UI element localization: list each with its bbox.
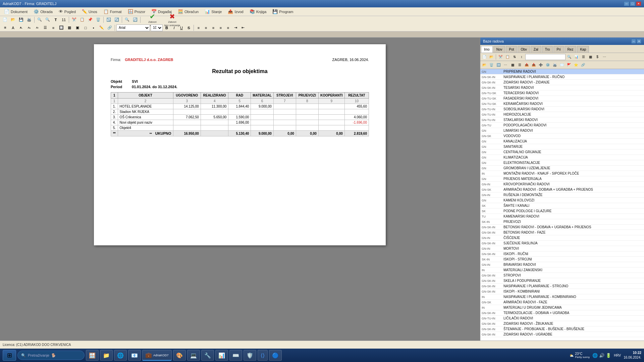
side-list-item[interactable]: GN-SK-IN SKELA I PODUPIRANJE — [480, 278, 644, 284]
bold-btn[interactable]: B — [163, 24, 170, 31]
side-list-item[interactable]: GN-TU-IN STAKLARSKI RADOVI — [480, 117, 644, 123]
save-button[interactable]: 💾 — [17, 16, 25, 23]
side-list-item[interactable]: GN-SK-IN TERMOIZOLACIJE - DOBAVA + UGRAD… — [480, 310, 644, 316]
side-copy-btn[interactable]: 📋 — [504, 54, 511, 60]
taskbar-app-8[interactable]: 📊 — [215, 350, 228, 361]
side-list-item[interactable]: GN-IN BRAVARSKI RADOVI — [480, 262, 644, 267]
side-list-item[interactable]: GN KLIMATIZACIJA — [480, 155, 644, 160]
side-sort-btn[interactable]: ⇅ — [511, 54, 518, 60]
side-list-item[interactable]: SK-IN PRIJEVOZI — [480, 219, 644, 225]
side-list-item[interactable]: GN ELEKTROINSTALACIJE — [480, 160, 644, 166]
side-new-btn[interactable]: 📄 — [481, 54, 488, 60]
side-list-item[interactable]: GN-TU-SK FASADERSKI RADOVI — [480, 96, 644, 101]
side-list-item[interactable]: GN KANALIZACIJA — [480, 139, 644, 144]
side-tb2-email[interactable]: ✉️ — [558, 62, 565, 68]
paste-btn[interactable]: 📌 — [87, 16, 94, 23]
taskbar-adriakod[interactable]: 💼 AdriaKOD7 — [142, 350, 172, 361]
side-list-item[interactable]: SK-IN ISKOPI - STROJNI — [480, 257, 644, 262]
zoom-out-btn[interactable]: 🔍 — [44, 16, 51, 23]
side-tb2-list[interactable]: ☰ — [516, 62, 523, 68]
side-list-item[interactable]: GN-SK ARMIRAČKI RADOVI - DOBAVA + UGRADB… — [480, 187, 644, 192]
side-list-item[interactable]: IN MONTAŽNI RADOVI - KNAUF - SIPOREX PLO… — [480, 171, 644, 176]
menu-unos[interactable]: ✏️ Unos — [79, 8, 100, 15]
side-tb2-delete[interactable]: 🗑️ — [488, 62, 495, 68]
taskbar-app-net[interactable]: 🔵 — [269, 350, 282, 361]
taskbar-app-2[interactable]: 📁 — [100, 350, 113, 361]
taskbar-app-7[interactable]: 🔧 — [201, 350, 214, 361]
fmt-btn-f[interactable]: ▪ — [90, 24, 97, 32]
maximize-button[interactable]: □ — [630, 1, 635, 6]
side-list-item[interactable]: GN-SK ARMIRAČKI RADOVI - FAZE — [480, 300, 644, 305]
side-cut-btn[interactable]: ✂️ — [497, 54, 504, 60]
align-last-btn[interactable]: ≡ — [225, 24, 231, 31]
side-list-item[interactable]: IN NASIPAVANJE I PLANIRANJE - KOMBINIRAN… — [480, 294, 644, 300]
align-center-btn[interactable]: ≡ — [203, 24, 209, 31]
fmt-btn-list2[interactable]: ≡ — [50, 24, 57, 32]
side-tab-rez[interactable]: Rez — [565, 46, 577, 53]
side-tb2-printer[interactable]: 🖨️ — [551, 62, 558, 68]
side-list-item[interactable]: GN GROMOBRAN I UZEMLJENJE — [480, 166, 644, 171]
side-tab-pri[interactable]: Pri — [553, 46, 564, 53]
zoom-in-btn[interactable]: 🔍 — [36, 16, 43, 23]
side-tb2-star[interactable]: ⭐ — [573, 62, 579, 68]
side-list-item[interactable]: TU KAMENARSKI RADOVI — [480, 214, 644, 219]
side-tab-pot[interactable]: Pot — [506, 46, 517, 53]
side-list-item[interactable]: GN-SK-IN SJEČENJE RASLINJA — [480, 241, 644, 246]
fmt-btn-list[interactable]: ☰ — [42, 24, 49, 32]
side-tb2-export[interactable]: 📤 — [523, 62, 530, 68]
side-more-btn[interactable]: ⋯ — [601, 54, 608, 60]
align-justify-btn[interactable]: ≡ — [217, 24, 224, 31]
side-list-item[interactable]: GN-TU-IN SOBOSLIKARSKI RADOVI — [480, 107, 644, 112]
side-list-item[interactable]: GN-SK-IN STROPOVI — [480, 273, 644, 278]
side-list-item[interactable]: GN-SK-IN ZIDARSKI RADOVI - ŽBUKANJE — [480, 321, 644, 326]
side-list-item[interactable]: GN LIMARSKI RADOVI — [480, 128, 644, 133]
side-list-item[interactable]: GN-TU-IN LIČILAČKI RADOVI — [480, 316, 644, 321]
side-tab-imo[interactable]: Imo — [481, 46, 493, 53]
side-list-item[interactable]: GN-SK-IN NASIPAVANJE I PLANIRANJE - STRO… — [480, 284, 644, 289]
side-list-item[interactable]: GN-TU-IN HIDROIZOLACIJE — [480, 112, 644, 117]
menu-pogled[interactable]: 👁 Pogled — [56, 8, 78, 15]
table-row[interactable]: 1. HOTEL ESPLANADE 14.125,00 11.300,00 1… — [111, 104, 369, 109]
fmt-btn-d[interactable]: ▣ — [74, 24, 81, 32]
side-tab-zal[interactable]: Zal — [531, 46, 541, 53]
taskbar-app-3[interactable]: 🌐 — [114, 350, 127, 361]
side-open-btn[interactable]: 📂 — [488, 54, 495, 60]
menu-program[interactable]: 💾 Program — [270, 8, 296, 15]
taskbar-app-9[interactable]: ⌨️ — [229, 350, 242, 361]
side-list-item[interactable]: GN-SK-IN ISKOPI - KOMBINIRANI — [480, 289, 644, 294]
side-tab-kap[interactable]: Kap — [577, 46, 589, 53]
table-row[interactable]: 4. Novi objekt puni naziv 1.696,00 -1.69… — [111, 120, 369, 125]
side-tb2-plus[interactable]: ➕ — [537, 62, 544, 68]
font-size-select[interactable]: 10 — [151, 24, 163, 31]
copy-btn[interactable]: 📋 — [78, 16, 86, 23]
side-list-item[interactable]: GN-SK-IN ISKOPI - RUČNI — [480, 251, 644, 257]
side-sort2-btn[interactable]: ↕ — [518, 54, 525, 60]
taskbar-app-4[interactable]: 📧 — [128, 350, 141, 361]
side-list-item[interactable]: GN-SK-IN ZIDARSKI RADOVI - UGRADBE — [480, 332, 644, 337]
menu-izvod[interactable]: 📤 Izvod — [225, 8, 246, 15]
menu-knjiga[interactable]: 📚 Knjiga — [247, 8, 269, 15]
table-row[interactable]: 2. Stadion NK RIJEKA — [111, 109, 369, 115]
font-t-btn[interactable]: T — [52, 16, 59, 23]
fmt-btn-5[interactable]: Aı — [34, 24, 41, 32]
fmt-btn-3[interactable]: A. — [17, 24, 25, 32]
print-button[interactable]: 🖨️ — [25, 16, 33, 23]
side-list-item[interactable]: GN-IN ČIŠĆENJE — [480, 235, 644, 241]
decrease-indent-btn[interactable]: ⇤ — [239, 24, 246, 31]
side-list-item[interactable]: GN-SK-IN TESARSKI RADOVI — [480, 85, 644, 90]
menu-stanje[interactable]: 📊 Stanje — [202, 8, 224, 15]
side-list-item[interactable]: GN-SK-IN BETONSKI RADOVI - FAZE — [480, 230, 644, 235]
side-table-btn[interactable]: ▦ — [587, 54, 594, 60]
taskbar-app-6[interactable]: 💻 — [187, 350, 200, 361]
side-list-item[interactable]: GN PRIPREMNI RADOVI — [480, 69, 644, 74]
undo-btn[interactable]: ↩️ — [105, 16, 112, 23]
search-btn[interactable]: 🔍 — [123, 16, 131, 23]
taskbar-app-10[interactable]: 🛡️ — [244, 350, 256, 361]
fmt-btn-b[interactable]: 🔲 — [58, 24, 65, 32]
menu-dokument[interactable]: 📄 Dokument — [1, 8, 30, 15]
delete-btn[interactable]: 🗑️ — [95, 16, 102, 23]
side-dollar-btn[interactable]: $ — [594, 54, 601, 60]
side-list-item[interactable]: GN-SK-IN BETONSKI RADOVI - DOBAVA + UGRA… — [480, 225, 644, 230]
open-button[interactable]: 📂 — [9, 16, 17, 23]
side-list-item[interactable]: GN PRIJENOS MATERIJALA — [480, 176, 644, 182]
